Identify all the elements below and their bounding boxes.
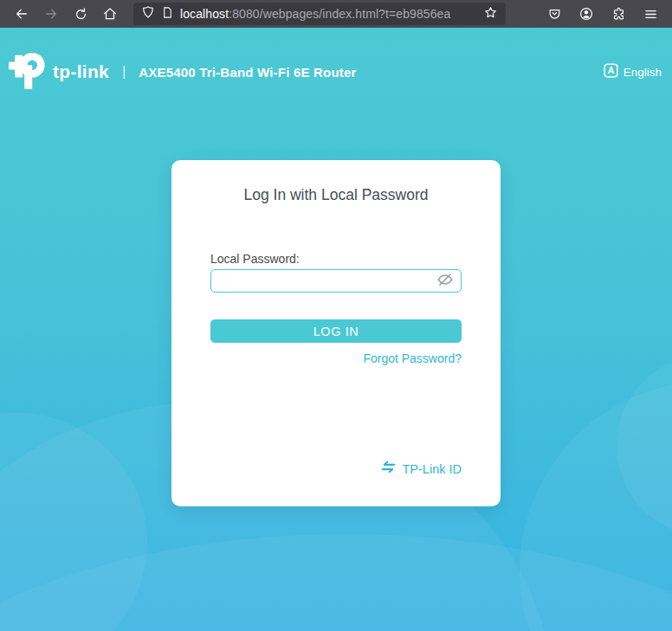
page-icon[interactable] [161, 6, 174, 23]
login-title: Log In with Local Password [210, 184, 462, 205]
language-icon: A [604, 63, 618, 81]
password-input[interactable] [210, 269, 462, 293]
extensions-button[interactable] [605, 3, 631, 25]
toggle-password-visibility-button[interactable] [436, 274, 454, 288]
eye-hide-icon [436, 273, 454, 290]
menu-icon [643, 7, 658, 22]
url-path: :8080/webpages/index.html?t=eb9856ea [229, 7, 450, 21]
refresh-icon [74, 7, 88, 22]
log-in-button[interactable]: LOG IN [210, 319, 462, 343]
home-icon [102, 6, 118, 22]
tplink-id-icon [380, 460, 397, 478]
account-button[interactable] [573, 3, 599, 25]
svg-text:A: A [607, 65, 614, 75]
language-label: English [624, 66, 662, 79]
toolbar-right [541, 3, 663, 25]
account-icon [578, 6, 594, 22]
url-bar[interactable]: localhost:8080/webpages/index.html?t=eb9… [133, 3, 506, 25]
reload-button[interactable] [68, 3, 94, 25]
site-header: tp-link | AXE5400 Tri-Band Wi-Fi 6E Rout… [9, 47, 663, 97]
login-card: Log In with Local Password Local Passwor… [171, 160, 501, 506]
browser-toolbar: localhost:8080/webpages/index.html?t=eb9… [0, 0, 672, 28]
tplink-logo [9, 50, 47, 93]
home-button[interactable] [97, 3, 123, 25]
forward-button[interactable] [38, 3, 64, 25]
password-field-wrap [210, 269, 462, 293]
shield-icon[interactable] [141, 5, 155, 23]
tplink-id-link[interactable]: TP-Link ID [403, 462, 462, 476]
pocket-icon [547, 7, 562, 22]
url-text: localhost:8080/webpages/index.html?t=eb9… [180, 7, 477, 21]
header-divider: | [122, 64, 126, 80]
url-host: localhost [180, 7, 229, 21]
tplink-id-login-option[interactable]: TP-Link ID [380, 460, 462, 478]
back-icon [14, 6, 29, 22]
router-login-page: tp-link | AXE5400 Tri-Band Wi-Fi 6E Rout… [0, 28, 672, 631]
password-label: Local Password: [210, 250, 462, 267]
brand-wordmark: tp-link [53, 61, 109, 82]
language-selector[interactable]: A English [604, 63, 663, 81]
forgot-password-row: Forgot Password? [210, 351, 462, 366]
back-button[interactable] [9, 3, 35, 25]
forward-icon [43, 6, 59, 22]
forgot-password-link[interactable]: Forgot Password? [363, 351, 462, 365]
bookmark-star-icon[interactable] [483, 5, 498, 23]
menu-button[interactable] [637, 3, 663, 25]
product-name: AXE5400 Tri-Band Wi-Fi 6E Router [139, 65, 356, 80]
extensions-icon [611, 7, 626, 22]
pocket-button[interactable] [541, 3, 567, 25]
